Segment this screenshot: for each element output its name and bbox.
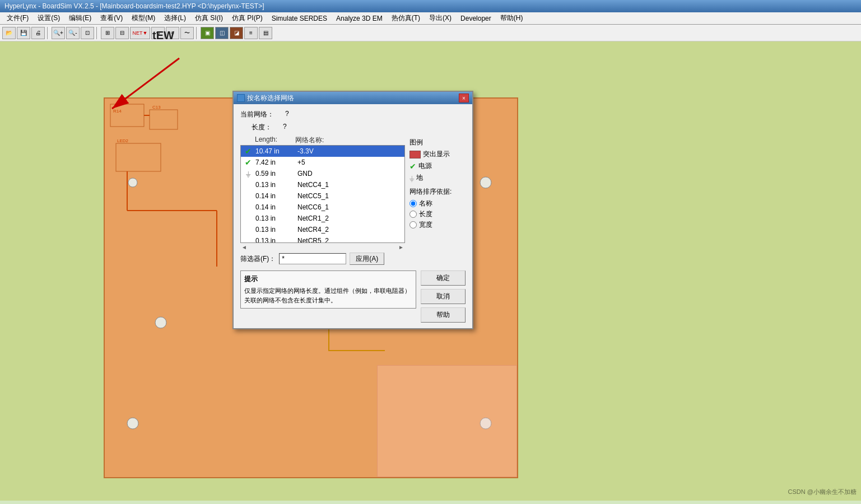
cancel-button[interactable]: 取消: [421, 289, 466, 304]
menu-item-H[interactable]: 帮助(H): [496, 12, 528, 24]
net-length-value: 0.13 in: [255, 237, 297, 243]
net-name-value: NetCC4_1: [297, 181, 402, 189]
tb-action4[interactable]: ≡: [244, 27, 258, 39]
help-button[interactable]: 帮助: [421, 307, 466, 323]
svg-text:LED2: LED2: [117, 138, 129, 143]
net-row[interactable]: ✔7.42 in+5: [241, 157, 404, 168]
blank-icon: [243, 225, 253, 234]
current-net-label: 当前网络：: [240, 110, 274, 119]
sort-length-radio[interactable]: 长度: [409, 209, 466, 219]
net-row[interactable]: 0.13 inNetCC4_1: [241, 179, 404, 190]
gnd-icon: ⏚: [243, 169, 253, 178]
tb-fit[interactable]: ⊡: [81, 27, 94, 39]
highlight-area: [377, 365, 517, 477]
sort-length-input[interactable]: [409, 211, 417, 218]
scroll-hint: ◄►: [240, 244, 405, 250]
svg-text:C13: C13: [152, 105, 161, 110]
menu-item-Developer[interactable]: Developer: [456, 13, 496, 24]
menubar: 文件(F)设置(S)编辑(E)查看(V)模型(M)选择(L)仿真 SI(I)仿真…: [0, 12, 861, 25]
current-net-value: ?: [285, 110, 289, 119]
sort-name-radio[interactable]: 名称: [409, 199, 466, 208]
menu-item-F[interactable]: 文件(F): [2, 12, 33, 24]
legend-gnd-label: 地: [416, 173, 423, 183]
menu-item-S[interactable]: 设置(S): [33, 12, 64, 24]
tb-action3[interactable]: ◪: [230, 27, 243, 39]
net-row[interactable]: 0.14 inNetCC5_1: [241, 190, 404, 202]
svg-point-13: [127, 418, 138, 429]
menu-item-T[interactable]: 热仿真(T): [387, 12, 425, 24]
net-length-value: 0.59 in: [255, 170, 297, 178]
tb-select1[interactable]: ⊞: [101, 27, 114, 39]
dialog-close-button[interactable]: ×: [459, 94, 469, 102]
svg-point-9: [128, 178, 137, 187]
sort-width-label: 宽度: [419, 220, 432, 230]
net-row[interactable]: ✔10.47 in-3.3V: [241, 146, 404, 157]
net-length-value: 7.42 in: [255, 158, 297, 166]
blank-icon: [243, 214, 253, 223]
tb-action2[interactable]: ◫: [215, 27, 229, 39]
net-length-value: 10.47 in: [255, 147, 297, 155]
sort-width-radio[interactable]: 宽度: [409, 220, 466, 230]
svg-rect-2: [110, 104, 144, 127]
menu-item-V[interactable]: 查看(V): [96, 12, 127, 24]
menu-item-X[interactable]: 导出(X): [425, 12, 456, 24]
net-name-value: +5: [297, 158, 402, 166]
blank-icon: [243, 203, 253, 212]
tb-sep3: [196, 27, 198, 39]
bottom-section: 提示 仅显示指定网络的网络长度。通过组件（例如，串联电阻器）关联的网络不包含在长…: [240, 268, 466, 323]
sort-section: 网络排序依据: 名称 长度 宽度: [409, 187, 466, 230]
tb-action5[interactable]: ▤: [259, 27, 272, 39]
net-name-value: GND: [297, 170, 402, 178]
filter-label: 筛选器(F)：: [240, 254, 276, 264]
legend-title: 图例: [409, 138, 466, 147]
net-length-value: 0.13 in: [255, 181, 297, 189]
menu-item-PIP[interactable]: 仿真 PI(P): [227, 12, 267, 24]
tb-zoom-in[interactable]: 🔍+: [52, 27, 65, 39]
tb-action1[interactable]: ▣: [201, 27, 214, 39]
net-name-value: NetCR1_2: [297, 214, 402, 222]
net-name-value: NetCR5_2: [297, 237, 402, 243]
tb-net[interactable]: NET▼: [130, 27, 150, 39]
sort-width-input[interactable]: [409, 221, 417, 228]
toolbar: 📂 💾 🖨 🔍+ 🔍- ⊡ ⊞ ⊟ NET▼ ∿ ≈ 〜 ▣ ◫ ◪ ≡ ▤: [0, 25, 861, 41]
sort-name-label: 名称: [419, 199, 432, 208]
tb-wave1[interactable]: ∿: [151, 27, 165, 39]
legend-gnd-icon: ⏚: [409, 174, 414, 183]
tb-wave3[interactable]: 〜: [180, 27, 194, 39]
menu-item-AnalyzeDEM[interactable]: Analyze 3D EM: [332, 13, 387, 24]
legend-power-icon: ✔: [409, 162, 416, 171]
net-length-value: 0.13 in: [255, 214, 297, 222]
svg-text:R14: R14: [113, 109, 122, 114]
net-row[interactable]: 0.13 inNetCR4_2: [241, 224, 404, 235]
net-name-value: NetCC5_1: [297, 192, 402, 200]
net-name-value: NetCR4_2: [297, 226, 402, 234]
menu-item-M[interactable]: 模型(M): [127, 12, 160, 24]
svg-rect-3: [150, 110, 178, 129]
tip-body: 提示 仅显示指定网络的网络长度。通过组件（例如，串联电阻器）关联的网络不包含在长…: [244, 274, 412, 305]
tb-print[interactable]: 🖨: [31, 27, 45, 39]
filter-input[interactable]: [279, 253, 346, 264]
menu-item-SimulateSERDES[interactable]: Simulate SERDES: [267, 13, 332, 24]
dialog-title-icon: [237, 94, 245, 102]
menu-item-L[interactable]: 选择(L): [160, 12, 190, 24]
net-row[interactable]: 0.14 inNetCC6_1: [241, 202, 404, 213]
menu-item-E[interactable]: 编辑(E): [64, 12, 96, 24]
ok-button[interactable]: 确定: [421, 270, 466, 286]
title-text: HyperLynx - BoardSim VX.2.5 - [Mainboard…: [4, 2, 264, 10]
tb-select2[interactable]: ⊟: [115, 27, 129, 39]
dialog-select-network[interactable]: 按名称选择网络 × 当前网络： ? 长度： ? Length:: [232, 91, 473, 329]
menu-item-SII[interactable]: 仿真 SI(I): [190, 12, 227, 24]
length-row: 长度： ?: [240, 123, 466, 132]
tb-zoom-out[interactable]: 🔍-: [66, 27, 80, 39]
net-row[interactable]: ⏚0.59 inGND: [241, 168, 404, 179]
net-length-value: 0.13 in: [255, 226, 297, 234]
blank-icon: [243, 236, 253, 243]
net-row[interactable]: 0.13 inNetCR5_2: [241, 235, 404, 243]
net-row[interactable]: 0.13 inNetCR1_2: [241, 213, 404, 224]
tb-wave2[interactable]: ≈: [166, 27, 179, 39]
tb-open[interactable]: 📂: [2, 27, 16, 39]
tb-save[interactable]: 💾: [17, 27, 30, 39]
net-table[interactable]: ✔10.47 in-3.3V✔7.42 in+5⏚0.59 inGND0.13 …: [240, 145, 405, 243]
sort-name-input[interactable]: [409, 200, 417, 207]
apply-button[interactable]: 应用(A): [350, 253, 384, 265]
